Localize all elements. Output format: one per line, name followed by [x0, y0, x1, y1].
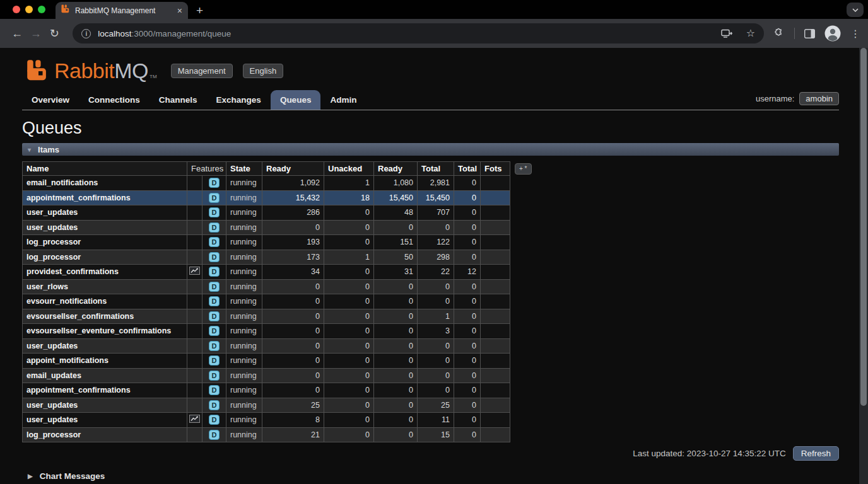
table-row[interactable]: providest_confirmations D running 34 0 3…: [23, 265, 510, 280]
page-scrollbar-track[interactable]: [859, 48, 868, 484]
table-row[interactable]: log_processor D running 173 1 50 298 0: [23, 250, 510, 265]
table-row[interactable]: evsourr_notifications D running 0 0 0 0 …: [23, 294, 510, 309]
queue-name[interactable]: providest_confirmations: [23, 265, 187, 280]
forward-icon[interactable]: →: [26, 27, 45, 40]
queue-name[interactable]: log_processor: [23, 427, 187, 442]
address-bar[interactable]: i localhost:3000/management/queue ☆: [73, 23, 764, 43]
queue-name[interactable]: email_updates: [23, 368, 187, 383]
column-header-fots[interactable]: Fots: [481, 162, 510, 176]
queue-name[interactable]: user_updates: [23, 398, 187, 413]
unacked-count: 0: [324, 368, 374, 383]
total2-count: 0: [454, 205, 481, 221]
features-chart-cell: [187, 383, 202, 398]
new-tab-button[interactable]: +: [196, 4, 203, 16]
ready2-count: 0: [374, 368, 418, 383]
queue-name[interactable]: log_processor: [23, 235, 187, 250]
refresh-button[interactable]: Refresh: [793, 446, 839, 461]
table-row[interactable]: email_updates D running 0 0 0 0 0: [23, 368, 510, 383]
close-tab-icon[interactable]: ×: [177, 6, 182, 15]
table-row[interactable]: email_notifications D running 1,092 1 1,…: [23, 176, 510, 191]
column-header-ready2[interactable]: Ready: [374, 162, 418, 176]
site-info-icon[interactable]: i: [81, 29, 91, 38]
unacked-count: 1: [324, 250, 374, 265]
queue-state: running: [226, 413, 262, 428]
nav-tabs: OverviewConnectionsChannelsExchangesQueu…: [22, 90, 366, 110]
table-row[interactable]: log_processor D running 193 0 151 122 0: [23, 235, 510, 250]
bookmark-star-icon[interactable]: ☆: [746, 28, 755, 38]
queue-name[interactable]: user_updates: [23, 220, 187, 235]
column-header-state[interactable]: State: [226, 162, 262, 176]
table-row[interactable]: user_rlows D running 0 0 0 0 0: [23, 279, 510, 294]
table-row[interactable]: user_updates D running 25 0 0 25 0: [23, 398, 510, 413]
column-header-name[interactable]: Name: [23, 162, 187, 176]
reload-icon[interactable]: ↻: [45, 26, 64, 40]
extensions-icon[interactable]: [773, 28, 785, 39]
queue-name[interactable]: user_rlows: [23, 279, 187, 294]
column-header-unacked[interactable]: Unacked: [324, 162, 374, 176]
queue-name[interactable]: user_updates: [23, 338, 187, 354]
back-icon[interactable]: ←: [8, 27, 26, 40]
table-row[interactable]: evsoursellser_confirmations D running 0 …: [23, 309, 510, 324]
queue-name[interactable]: email_notifications: [23, 176, 187, 191]
queue-name[interactable]: log_processor: [23, 250, 187, 265]
table-row[interactable]: user_updates D running 286 0 48 707 0: [23, 205, 510, 221]
tab-channels[interactable]: Channels: [150, 90, 207, 110]
queue-state: running: [226, 294, 262, 309]
table-row[interactable]: user_updates D running 8 0 0 11 0: [23, 413, 510, 428]
ready2-count: 0: [374, 427, 418, 442]
zoom-window-button[interactable]: [38, 6, 45, 13]
durable-badge: D: [209, 326, 220, 336]
queue-name[interactable]: user_updates: [23, 413, 187, 428]
table-header-row: Name Features State Ready Unacked Ready …: [23, 162, 510, 176]
features-chart-cell: [187, 309, 202, 324]
table-row[interactable]: appoint_motifications D running 0 0 0 0 …: [23, 354, 510, 369]
features-chart-cell: [187, 190, 202, 205]
table-row[interactable]: user_updates D running 0 0 0 0 0: [23, 338, 510, 354]
features-chart-cell: [187, 427, 202, 442]
profile-avatar[interactable]: [824, 25, 841, 42]
browser-tab[interactable]: RabbitMQ Management ×: [56, 2, 188, 19]
column-header-ready[interactable]: Ready: [262, 162, 324, 176]
table-row[interactable]: user_updates D running 0 0 0 0 0: [23, 220, 510, 235]
tab-connections[interactable]: Connections: [79, 90, 150, 110]
table-row[interactable]: appointment_confirmations D running 15,4…: [23, 190, 510, 205]
fots-cell: [481, 427, 510, 442]
queue-name[interactable]: appointment_confirmations: [23, 190, 187, 205]
items-section-header[interactable]: ▾ Itams: [22, 143, 839, 156]
tab-overview[interactable]: Overview: [22, 90, 79, 110]
queue-name[interactable]: user_updates: [23, 205, 187, 221]
column-header-total2[interactable]: Total: [454, 162, 481, 176]
tab-admin[interactable]: Admin: [320, 90, 366, 110]
page-title: Queues: [22, 118, 868, 138]
close-window-button[interactable]: [13, 6, 20, 13]
features-chart-cell: [187, 294, 202, 309]
rate-chart-icon: [189, 267, 200, 277]
column-config-button[interactable]: + *: [515, 163, 532, 175]
share-icon[interactable]: [721, 28, 733, 38]
queue-name[interactable]: evsoursellser_confirmations: [23, 309, 187, 324]
menu-kebab-icon[interactable]: ⋮: [850, 28, 860, 40]
side-panel-icon[interactable]: [804, 29, 815, 38]
queue-name[interactable]: evsoursellser_eventure_confirmations: [23, 324, 187, 339]
tab-queues[interactable]: Queues: [271, 90, 321, 110]
ready-count: 193: [262, 235, 324, 250]
table-row[interactable]: evsoursellser_eventure_confirmations D r…: [23, 324, 510, 339]
queue-name[interactable]: evsourr_notifications: [23, 294, 187, 309]
page-scrollbar-thumb[interactable]: [860, 48, 867, 406]
features-durable-cell: D: [202, 235, 226, 250]
expand-triangle-icon: ▶: [28, 473, 33, 480]
unacked-count: 1: [324, 176, 374, 191]
features-chart-cell: [187, 324, 202, 339]
features-chart-cell: [187, 220, 202, 235]
tab-search-button[interactable]: [847, 3, 864, 17]
chart-messages-section[interactable]: ▶ Chart Messages: [28, 471, 868, 481]
tab-exchanges[interactable]: Exchanges: [207, 90, 271, 110]
column-header-total[interactable]: Total: [418, 162, 454, 176]
column-header-features[interactable]: Features: [187, 162, 226, 176]
queue-name[interactable]: appoint_motifications: [23, 354, 187, 369]
total-count: 298: [418, 250, 454, 265]
minimize-window-button[interactable]: [25, 6, 33, 13]
table-row[interactable]: appointment_confirmations D running 0 0 …: [23, 383, 510, 398]
queue-name[interactable]: appointment_confirmations: [23, 383, 187, 398]
table-row[interactable]: log_processor D running 21 0 0 15 0: [23, 427, 510, 442]
